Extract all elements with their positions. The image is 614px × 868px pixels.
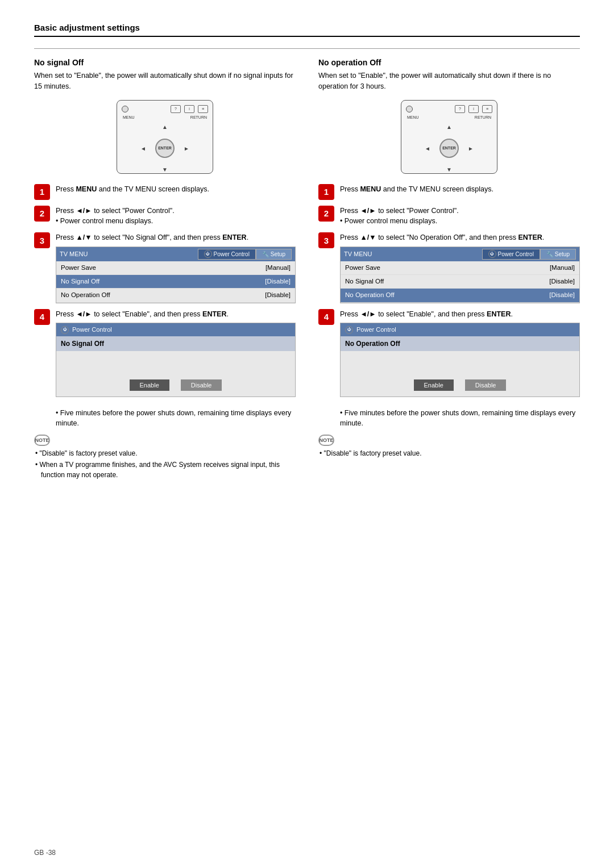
right-remote-top-buttons: ? i ≡ <box>406 105 492 113</box>
right-dpad-down: ▼ <box>446 166 452 173</box>
right-step-3: 3 Press ▲/▼ to select "No Operation Off"… <box>318 232 580 303</box>
menu-label: MENU <box>123 115 135 119</box>
right-disable-btn[interactable]: Disable <box>465 379 507 391</box>
right-dpad-up: ▲ <box>446 124 452 130</box>
right-tv-menu-header-1: TV MENU ⏻ Power Control 🔧 Setup <box>341 247 579 261</box>
left-tv-menu-1: TV MENU ⏻ Power Control 🔧 Setup <box>56 247 296 303</box>
right-remote: ? i ≡ MENU RETURN ▲ ▼ ◄ ► ENTER <box>401 100 497 174</box>
remote-power-btn <box>122 106 128 112</box>
right-step-num-3: 3 <box>318 232 334 248</box>
left-tv-menu-title-1: TV MENU <box>60 249 88 259</box>
step-content-4: Press ◄/► to select "Enable", and then p… <box>56 309 296 429</box>
remote-icon-2: i <box>184 105 194 113</box>
right-step-content-3: Press ▲/▼ to select "No Operation Off", … <box>340 232 580 303</box>
left-disable-btn[interactable]: Disable <box>181 379 222 391</box>
step-content-3: Press ▲/▼ to select "No Signal Off", and… <box>56 232 296 303</box>
right-remote-icon-2: i <box>468 105 479 113</box>
right-tv-menu-row-nooperation: No Operation Off[Disable] <box>341 289 579 302</box>
right-tv-menu-tab-power: ⏻ Power Control <box>482 249 540 260</box>
step-content-2: Press ◄/► to select "Power Control". • P… <box>56 206 296 227</box>
right-sub-menu-header: ⏻ Power Control <box>341 323 579 336</box>
right-note-1: • "Disable" is factory preset value. <box>318 448 580 458</box>
note-icon-left: NOTE <box>34 435 50 446</box>
right-column: No operation Off When set to "Enable", t… <box>318 58 580 481</box>
left-tv-menu-header-1: TV MENU ⏻ Power Control 🔧 Setup <box>56 247 295 261</box>
right-tv-menu-1: TV MENU ⏻ Power Control 🔧 Setup <box>340 247 580 303</box>
left-step-2: 2 Press ◄/► to select "Power Control". •… <box>34 206 296 227</box>
step-content-1: Press MENU and the TV MENU screen displa… <box>56 184 296 195</box>
left-tv-menu-row-nosignal: No Signal Off[Disable] <box>56 275 295 289</box>
dpad-up-arrow: ▲ <box>162 124 168 130</box>
note-icon-right: NOTE <box>318 435 334 446</box>
left-note-2: • When a TV programme finishes, and the … <box>34 460 296 480</box>
step-num-4: 4 <box>34 309 50 325</box>
dpad-down-arrow: ▼ <box>162 166 168 173</box>
right-step-num-1: 1 <box>318 184 334 200</box>
return-label: RETURN <box>190 115 207 119</box>
left-sub-menu-body: Enable Disable <box>56 351 295 397</box>
left-section-desc: When set to "Enable", the power will aut… <box>34 70 296 92</box>
page-footer: GB -38 <box>34 849 56 857</box>
right-power-icon-2: ⏻ <box>345 326 353 334</box>
right-menu-label: MENU <box>407 115 419 119</box>
setup-icon-1: 🔧 <box>262 250 269 258</box>
right-remote-top-icons: ? i ≡ <box>455 105 492 113</box>
left-note-1: • "Disable" is factory preset value. <box>34 448 296 458</box>
left-step-1: 1 Press MENU and the TV MENU screen disp… <box>34 184 296 200</box>
right-sub-menu-body: Enable Disable <box>341 351 579 397</box>
left-enable-btn[interactable]: Enable <box>130 379 169 391</box>
right-tv-menu-row-powersave: Power Save[Manual] <box>341 261 579 275</box>
left-sub-menu-title: No Signal Off <box>56 336 295 351</box>
left-steps: 1 Press MENU and the TV MENU screen disp… <box>34 184 296 429</box>
step-num-1: 1 <box>34 184 50 200</box>
right-power-icon-1: ⏻ <box>488 250 496 258</box>
remote-top-icons: ? i ≡ <box>171 105 208 113</box>
left-remote: ? i ≡ MENU RETURN ▲ ▼ ◄ ► ENTER <box>117 100 213 174</box>
left-tv-menu-row-powersave: Power Save[Manual] <box>56 261 295 275</box>
right-tv-menu-row-nosignal: No Signal Off[Disable] <box>341 275 579 289</box>
remote-top-buttons: ? i ≡ <box>122 105 208 113</box>
power-icon-1: ⏻ <box>204 250 212 258</box>
right-step-2: 2 Press ◄/► to select "Power Control". •… <box>318 206 580 227</box>
left-tv-menu-row-nooperation: No Operation Off[Disable] <box>56 289 295 302</box>
right-return-label: RETURN <box>475 115 491 119</box>
right-note-box: NOTE <box>318 435 580 446</box>
left-step-4: 4 Press ◄/► to select "Enable", and then… <box>34 309 296 429</box>
right-step-1: 1 Press MENU and the TV MENU screen disp… <box>318 184 580 200</box>
right-section-title: No operation Off <box>318 58 580 67</box>
left-section-title: No signal Off <box>34 58 296 67</box>
remote-icon-1: ? <box>171 105 181 113</box>
remote-side-labels: MENU RETURN <box>122 115 208 119</box>
right-section-desc: When set to "Enable", the power will aut… <box>318 70 580 92</box>
right-step-content-1: Press MENU and the TV MENU screen displa… <box>340 184 580 195</box>
right-remote-dpad: ▲ ▼ ◄ ► ENTER <box>424 123 475 174</box>
left-remote-wrap: ? i ≡ MENU RETURN ▲ ▼ ◄ ► ENTER <box>34 100 296 174</box>
right-remote-wrap: ? i ≡ MENU RETURN ▲ ▼ ◄ ► ENTER <box>318 100 580 174</box>
right-dpad-enter: ENTER <box>439 139 459 158</box>
right-tv-menu-title-1: TV MENU <box>344 249 372 259</box>
left-column: No signal Off When set to "Enable", the … <box>34 58 296 481</box>
right-enable-btn[interactable]: Enable <box>414 379 454 391</box>
page-title: Basic adjustment settings <box>34 23 580 37</box>
right-remote-icon-3: ≡ <box>482 105 492 113</box>
left-tv-menu-tab-setup: 🔧 Setup <box>256 249 292 260</box>
right-setup-icon-1: 🔧 <box>546 250 553 258</box>
right-sub-menu-title: No Operation Off <box>341 336 579 351</box>
dpad-left-arrow: ◄ <box>140 145 146 151</box>
right-step-num-2: 2 <box>318 206 334 222</box>
right-steps: 1 Press MENU and the TV MENU screen disp… <box>318 184 580 429</box>
right-remote-side-labels: MENU RETURN <box>406 115 492 119</box>
power-icon-2: ⏻ <box>61 326 69 334</box>
right-dpad-left: ◄ <box>425 145 430 151</box>
left-sub-menu-header: ⏻ Power Control <box>56 323 295 336</box>
dpad-enter-btn: ENTER <box>155 139 175 158</box>
dpad-right-arrow: ► <box>184 145 189 151</box>
remote-icon-3: ≡ <box>198 105 208 113</box>
right-step-content-2: Press ◄/► to select "Power Control". • P… <box>340 206 580 227</box>
left-tv-menu-tab-power: ⏻ Power Control <box>198 249 256 260</box>
left-tv-menu-tabs: ⏻ Power Control 🔧 Setup <box>198 249 292 260</box>
remote-dpad: ▲ ▼ ◄ ► ENTER <box>139 123 190 174</box>
right-step-num-4: 4 <box>318 309 334 325</box>
right-remote-icon-1: ? <box>455 105 465 113</box>
right-remote-power-btn <box>406 106 413 112</box>
